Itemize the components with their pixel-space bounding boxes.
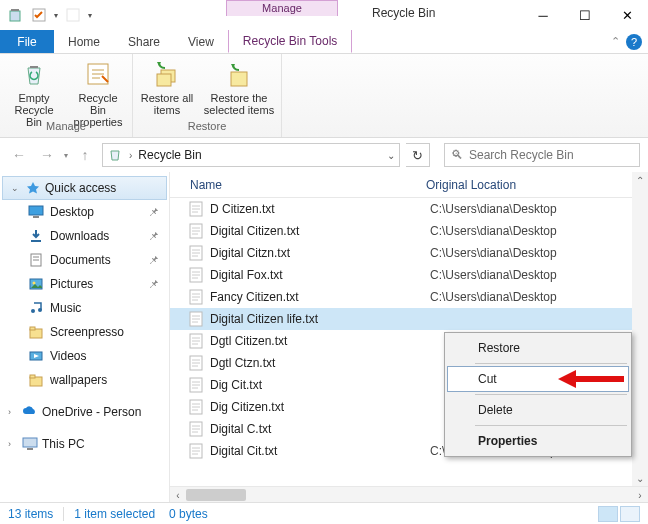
tab-file[interactable]: File (0, 30, 54, 53)
context-properties[interactable]: Properties (447, 428, 629, 454)
contextual-tab-header: Manage (226, 0, 338, 16)
scroll-down-icon[interactable]: ⌄ (632, 470, 648, 486)
view-switcher (598, 506, 640, 522)
app-icon (6, 6, 24, 24)
file-name: Digital Cit.txt (210, 444, 430, 458)
empty-recycle-bin-button[interactable]: Empty Recycle Bin (6, 56, 62, 120)
sidebar-this-pc[interactable]: › This PC (0, 432, 169, 456)
file-icon (188, 311, 204, 327)
minimize-button[interactable]: ─ (522, 1, 564, 29)
vertical-scrollbar[interactable]: ⌃ ⌄ (632, 172, 648, 486)
context-delete[interactable]: Delete (447, 397, 629, 423)
scroll-up-icon[interactable]: ⌃ (632, 172, 648, 188)
file-icon (188, 443, 204, 459)
tab-view[interactable]: View (174, 30, 228, 53)
up-button[interactable]: ↑ (74, 144, 96, 166)
label: Desktop (50, 205, 94, 219)
restore-selected-button[interactable]: Restore the selected items (203, 56, 275, 120)
tab-share[interactable]: Share (114, 30, 174, 53)
file-row[interactable]: Digital Fox.txtC:\Users\diana\Desktop (170, 264, 648, 286)
tab-home[interactable]: Home (54, 30, 114, 53)
qat-undo-icon[interactable] (64, 6, 82, 24)
sidebar-quick-access[interactable]: ⌄ Quick access (2, 176, 167, 200)
svg-point-19 (31, 309, 35, 313)
close-button[interactable]: ✕ (606, 1, 648, 29)
column-original-location[interactable]: Original Location (420, 178, 648, 192)
file-row[interactable]: Digital Citizen life.txt (170, 308, 648, 330)
file-location: C:\Users\diana\Desktop (430, 202, 648, 216)
pc-icon (22, 436, 38, 452)
context-cut[interactable]: Cut (447, 366, 629, 392)
status-size: 0 bytes (169, 507, 208, 521)
file-row[interactable]: Fancy Citizen.txtC:\Users\diana\Desktop (170, 286, 648, 308)
file-name: Dig Citizen.txt (210, 400, 430, 414)
file-location: C:\Users\diana\Desktop (430, 224, 648, 238)
label: Music (50, 301, 81, 315)
search-input[interactable] (469, 148, 633, 162)
window-title: Recycle Bin (372, 6, 435, 20)
file-icon (188, 267, 204, 283)
expand-icon[interactable]: › (8, 439, 18, 449)
file-row[interactable]: D Citizen.txtC:\Users\diana\Desktop (170, 198, 648, 220)
address-dropdown-icon[interactable]: ⌄ (387, 150, 395, 161)
scroll-right-icon[interactable]: › (632, 487, 648, 503)
folder-icon (28, 204, 44, 220)
sidebar-onedrive[interactable]: › OneDrive - Person (0, 400, 169, 424)
file-name: Fancy Citizen.txt (210, 290, 430, 304)
breadcrumb-chevron-icon[interactable]: › (129, 150, 132, 161)
recycle-bin-properties-button[interactable]: Recycle Bin properties (70, 56, 126, 120)
folder-icon (28, 276, 44, 292)
qat-properties-icon[interactable] (30, 6, 48, 24)
folder-icon (28, 372, 44, 388)
separator (475, 394, 627, 395)
file-location: C:\Users\diana\Desktop (430, 268, 648, 282)
sidebar-item[interactable]: wallpapers (0, 368, 169, 392)
cloud-icon (22, 404, 38, 420)
label: Screenpresso (50, 325, 124, 339)
label: Downloads (50, 229, 109, 243)
thumbnails-view-button[interactable] (620, 506, 640, 522)
sidebar-item[interactable]: Desktop📌︎ (0, 200, 169, 224)
details-view-button[interactable] (598, 506, 618, 522)
restore-all-button[interactable]: Restore all items (139, 56, 195, 120)
expand-icon[interactable]: › (8, 407, 18, 417)
scroll-thumb[interactable] (186, 489, 246, 501)
file-location: C:\Users\diana\Desktop (430, 246, 648, 260)
sidebar-item[interactable]: Documents📌︎ (0, 248, 169, 272)
tab-recycle-bin-tools[interactable]: Recycle Bin Tools (228, 30, 353, 53)
address-bar[interactable]: › Recycle Bin ⌄ (102, 143, 400, 167)
file-name: Digital C.txt (210, 422, 430, 436)
svg-rect-13 (31, 240, 41, 242)
history-dropdown-icon[interactable]: ▾ (64, 151, 68, 160)
context-restore[interactable]: Restore (447, 335, 629, 361)
qat-dropdown-icon[interactable]: ▾ (54, 11, 58, 20)
sidebar-item[interactable]: Music (0, 296, 169, 320)
maximize-button[interactable]: ☐ (564, 1, 606, 29)
qat-customize-icon[interactable]: ▾ (88, 11, 92, 20)
refresh-button[interactable]: ↻ (406, 143, 430, 167)
file-row[interactable]: Digital Citizen.txtC:\Users\diana\Deskto… (170, 220, 648, 242)
column-headers: Name Original Location (170, 172, 648, 198)
back-button[interactable]: ← (8, 144, 30, 166)
ribbon-collapse-icon[interactable]: ⌃ (611, 35, 620, 48)
sidebar-item[interactable]: Downloads📌︎ (0, 224, 169, 248)
file-icon (188, 223, 204, 239)
svg-rect-12 (33, 216, 39, 218)
sidebar-item[interactable]: Pictures📌︎ (0, 272, 169, 296)
forward-button[interactable]: → (36, 144, 58, 166)
sidebar-item[interactable]: Screenpresso (0, 320, 169, 344)
file-row[interactable]: Digital Citzn.txtC:\Users\diana\Desktop (170, 242, 648, 264)
sidebar-item[interactable]: Videos (0, 344, 169, 368)
search-box[interactable]: 🔍︎ (444, 143, 640, 167)
breadcrumb[interactable]: Recycle Bin (138, 148, 201, 162)
column-name[interactable]: Name (170, 178, 420, 192)
expand-icon[interactable]: ⌄ (11, 183, 21, 193)
help-icon[interactable]: ? (626, 34, 642, 50)
horizontal-scrollbar[interactable]: ‹ › (170, 486, 648, 502)
file-name: Digital Citzn.txt (210, 246, 430, 260)
status-bar: 13 items 1 item selected 0 bytes (0, 502, 648, 524)
file-name: Digital Fox.txt (210, 268, 430, 282)
scroll-left-icon[interactable]: ‹ (170, 487, 186, 503)
svg-rect-9 (157, 74, 171, 86)
file-icon (188, 399, 204, 415)
